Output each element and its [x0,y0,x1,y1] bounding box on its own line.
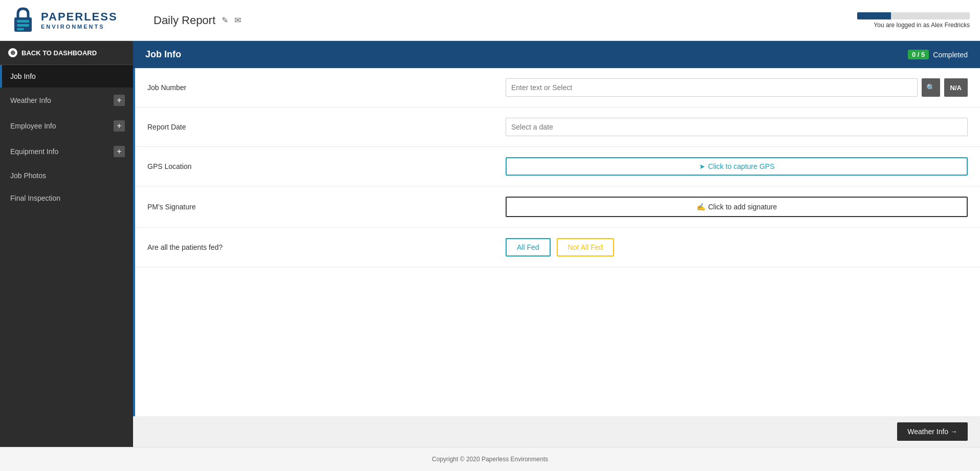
pm-signature-label: PM's Signature [147,203,506,211]
section-header: Job Info 0 / 5 Completed [133,41,980,68]
logo-area: 1 PAPERLESS ENVIRONMENTS [10,6,143,34]
sidebar-item-job-photos[interactable]: Job Photos [0,164,133,187]
job-number-na-button[interactable]: N/A [944,78,968,97]
header-center: Daily Report ✎ ✉ [143,14,857,27]
bottom-bar: Weather Info → [133,416,980,447]
logo-icon: 1 [10,6,36,34]
sidebar-item-job-info[interactable]: Job Info [0,65,133,88]
email-icon[interactable]: ✉ [234,15,241,25]
sidebar-item-label-equipment-info: Equipment Info [10,147,114,156]
patients-fed-controls: All Fed Not All Fed [506,238,968,256]
job-number-search-button[interactable]: 🔍 [922,78,940,97]
svg-rect-3 [17,28,24,30]
gps-location-row: GPS Location ➤ Click to capture GPS [135,147,980,186]
footer: Copyright © 2020 Paperless Environments [0,447,980,471]
employee-info-add-button[interactable]: + [114,120,125,132]
sidebar-item-label-weather-info: Weather Info [10,96,114,104]
logged-in-text: You are logged in as Alex Fredricks [874,22,970,29]
patients-fed-row: Are all the patients fed? All Fed Not Al… [135,228,980,267]
all-fed-button[interactable]: All Fed [506,238,551,256]
back-icon: ⊕ [8,48,17,57]
sidebar-item-label-final-inspection: Final Inspection [10,194,125,202]
gps-location-label: GPS Location [147,162,506,170]
job-number-row: Job Number 🔍 N/A [135,68,980,108]
copyright-text: Copyright © 2020 Paperless Environments [432,456,548,463]
pm-signature-row: PM's Signature ✍ Click to add signature [135,186,980,228]
edit-icon[interactable]: ✎ [222,15,228,25]
svg-rect-2 [17,24,29,27]
gps-location-controls: ➤ Click to capture GPS [506,157,968,176]
section-title: Job Info [145,49,181,60]
logo-environments: ENVIRONMENTS [41,24,118,30]
sidebar-item-label-job-info: Job Info [10,72,125,80]
completed-badge: 0 / 5 Completed [908,50,968,59]
report-date-label: Report Date [147,123,506,131]
svg-text:1: 1 [13,11,16,18]
search-icon: 🔍 [926,83,935,92]
report-date-controls [506,118,968,136]
signature-btn-label: Click to add signature [708,203,777,211]
svg-rect-1 [17,20,29,23]
back-to-dashboard-link[interactable]: ⊕ BACK TO DASHBOARD [0,41,133,65]
signature-button[interactable]: ✍ Click to add signature [506,197,968,217]
gps-icon: ➤ [699,162,705,170]
logo-paperless: PAPERLESS [41,11,118,23]
not-all-fed-button[interactable]: Not All Fed [557,238,614,256]
form-area: Job Number 🔍 N/A Report Date GPS Loca [133,68,980,416]
job-number-label: Job Number [147,83,506,92]
progress-bar-fill [857,12,891,19]
job-number-input[interactable] [506,78,918,97]
patients-fed-label: Are all the patients fed? [147,243,506,251]
job-number-controls: 🔍 N/A [506,78,968,97]
report-date-input[interactable] [506,118,968,136]
gps-btn-label: Click to capture GPS [708,162,775,170]
sidebar-item-label-job-photos: Job Photos [10,172,125,180]
logo-text: PAPERLESS ENVIRONMENTS [41,11,118,29]
report-date-row: Report Date [135,108,980,147]
gps-capture-button[interactable]: ➤ Click to capture GPS [506,157,968,176]
top-header: 1 PAPERLESS ENVIRONMENTS Daily Report ✎ … [0,0,980,41]
weather-info-add-button[interactable]: + [114,95,125,106]
equipment-info-add-button[interactable]: + [114,146,125,157]
next-section-button[interactable]: Weather Info → [897,422,968,441]
back-label: BACK TO DASHBOARD [21,49,97,57]
signature-icon: ✍ [696,203,705,211]
sidebar: ⊕ BACK TO DASHBOARD Job Info Weather Inf… [0,41,133,447]
main-layout: ⊕ BACK TO DASHBOARD Job Info Weather Inf… [0,41,980,447]
sidebar-item-label-employee-info: Employee Info [10,122,114,130]
content-area: Job Info 0 / 5 Completed Job Number 🔍 N/… [133,41,980,447]
progress-bar-container [857,12,970,19]
sidebar-nav: Job Info Weather Info + Employee Info + … [0,65,133,447]
sidebar-item-employee-info[interactable]: Employee Info + [0,113,133,139]
sidebar-item-weather-info[interactable]: Weather Info + [0,88,133,113]
badge-count: 0 / 5 [908,50,929,59]
sidebar-item-equipment-info[interactable]: Equipment Info + [0,139,133,164]
page-title: Daily Report [154,14,215,27]
badge-label: Completed [933,51,968,59]
header-right: You are logged in as Alex Fredricks [857,12,970,29]
pm-signature-controls: ✍ Click to add signature [506,197,968,217]
sidebar-item-final-inspection[interactable]: Final Inspection [0,187,133,209]
